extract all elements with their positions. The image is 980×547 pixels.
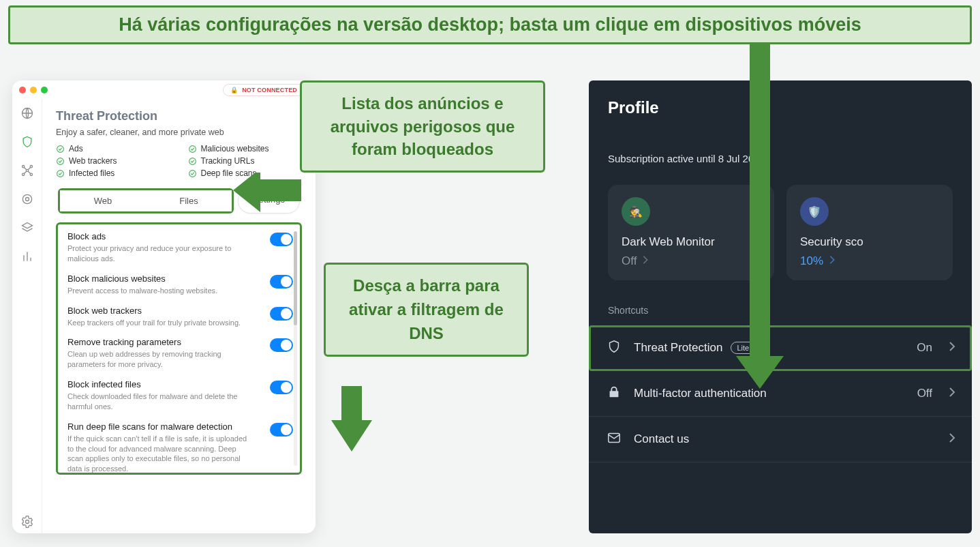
scrollbar[interactable] <box>294 231 297 466</box>
setting-desc: If the quick scan can't tell if a file i… <box>67 434 251 474</box>
svg-point-1 <box>26 169 28 171</box>
check-icon <box>56 169 65 178</box>
check-icon <box>188 169 197 178</box>
shield-icon[interactable] <box>20 135 34 149</box>
list-item-text: Threat Protection <box>634 341 722 355</box>
svg-point-9 <box>57 145 64 152</box>
check-icon <box>56 157 65 166</box>
chevron-right-icon <box>829 254 836 268</box>
connection-status: 🔒 NOT CONNECTED <box>223 84 305 96</box>
toggle-block-trackers[interactable] <box>270 307 293 321</box>
shield-outline-icon <box>605 339 623 357</box>
check-label: Malicious websites <box>201 144 269 153</box>
chevron-right-icon <box>949 432 955 446</box>
svg-point-6 <box>22 194 31 203</box>
page-subtitle: Enjoy a safer, cleaner, and more private… <box>56 128 302 137</box>
chevron-right-icon <box>949 341 955 355</box>
arrow-to-tabs <box>233 173 301 227</box>
stats-icon[interactable] <box>20 250 34 263</box>
arrow-to-mobile <box>736 42 784 389</box>
setting-title: Block malicious websites <box>67 274 271 284</box>
list-item-contact[interactable]: Contact us <box>589 417 972 462</box>
shield-badge-icon: 🛡️ <box>800 197 829 226</box>
check-trackers: Web trackers <box>56 156 170 166</box>
settings-list: Block ads Protect your privacy and reduc… <box>56 222 302 475</box>
setting-desc: Clean up web addresses by removing track… <box>67 349 251 370</box>
setting-block-infected-files: Block infected files Check downloaded fi… <box>67 379 290 412</box>
check-label: Ads <box>69 144 83 153</box>
setting-block-trackers: Block web trackers Keep trackers off you… <box>67 306 290 328</box>
desktop-window: 🔒 NOT CONNECTED Threat Protection Enjoy … <box>12 80 316 533</box>
check-label: Infected files <box>69 168 114 178</box>
svg-point-3 <box>30 166 32 168</box>
svg-point-11 <box>57 158 64 164</box>
svg-point-8 <box>25 520 29 524</box>
tab-web[interactable]: Web <box>60 190 146 211</box>
svg-point-12 <box>189 158 196 164</box>
setting-title: Block web trackers <box>67 306 271 316</box>
list-item-text: Contact us <box>634 432 689 446</box>
setting-desc: Check downloaded files for malware and d… <box>67 391 251 412</box>
check-label: Tracking URLs <box>201 156 255 166</box>
svg-point-13 <box>57 170 64 177</box>
setting-desc: Protect your privacy and reduce your exp… <box>67 243 251 264</box>
check-label: Web trackers <box>69 156 117 166</box>
list-item-label: Contact us <box>634 432 938 446</box>
lock-icon <box>605 385 623 402</box>
setting-title: Remove tracking parameters <box>67 337 271 347</box>
setting-title: Block ads <box>67 231 271 241</box>
left-rail <box>12 100 42 533</box>
globe-icon[interactable] <box>20 106 34 120</box>
toggle-block-infected-files[interactable] <box>270 381 293 394</box>
svg-marker-17 <box>331 386 372 452</box>
card-title: Security sco <box>800 235 939 249</box>
mail-icon <box>605 430 623 448</box>
setting-deep-scan: Run deep file scans for malware detectio… <box>67 422 290 474</box>
window-titlebar: 🔒 NOT CONNECTED <box>12 80 316 100</box>
content-area: Threat Protection Enjoy a safer, cleaner… <box>42 100 316 533</box>
svg-point-2 <box>22 166 24 168</box>
card-value-text: 10% <box>800 254 823 268</box>
page-title: Threat Protection <box>56 109 302 123</box>
gear-icon[interactable] <box>20 520 34 533</box>
setting-desc: Keep trackers off your trail for truly p… <box>67 318 251 328</box>
svg-point-14 <box>189 170 196 177</box>
setting-remove-tracking-params: Remove tracking parameters Clean up web … <box>67 337 290 370</box>
check-ads: Ads <box>56 144 170 153</box>
layers-icon[interactable] <box>20 221 34 235</box>
svg-marker-16 <box>233 173 301 212</box>
toggle-deep-scan[interactable] <box>270 423 293 437</box>
setting-title: Block infected files <box>67 379 271 389</box>
list-item-status: Off <box>917 387 932 400</box>
close-dot[interactable] <box>19 87 26 93</box>
maximize-dot[interactable] <box>41 87 48 93</box>
mesh-icon[interactable] <box>20 164 34 177</box>
svg-point-5 <box>30 173 32 175</box>
tab-files[interactable]: Files <box>146 190 232 211</box>
card-security-score[interactable]: 🛡️ Security sco 10% <box>786 185 953 280</box>
agent-icon: 🕵️ <box>622 197 650 226</box>
list-item-text: Multi-factor authentication <box>634 387 767 400</box>
toggle-remove-tracking-params[interactable] <box>270 338 293 352</box>
top-banner-text: Há várias configurações na versão deskto… <box>22 14 958 35</box>
svg-point-7 <box>25 198 29 201</box>
svg-point-4 <box>22 173 24 175</box>
connection-status-text: NOT CONNECTED <box>242 87 297 93</box>
setting-block-ads: Block ads Protect your privacy and reduc… <box>67 231 290 264</box>
minimize-dot[interactable] <box>30 87 37 93</box>
check-trackingurls: Tracking URLs <box>188 156 303 166</box>
tabs-highlight: Web Files <box>58 188 234 213</box>
setting-desc: Prevent access to malware-hosting websit… <box>67 286 251 296</box>
list-item-status: On <box>917 341 932 355</box>
svg-point-10 <box>189 145 196 152</box>
target-icon[interactable] <box>20 192 34 206</box>
top-banner: Há várias configurações na versão deskto… <box>8 5 972 44</box>
arrow-scroll-down <box>331 386 372 452</box>
toggle-block-malicious[interactable] <box>270 275 293 289</box>
check-infected: Infected files <box>56 168 170 178</box>
toggle-block-ads[interactable] <box>270 233 293 246</box>
check-icon <box>188 157 197 166</box>
check-malicious: Malicious websites <box>188 144 303 153</box>
scrollbar-thumb[interactable] <box>294 231 297 325</box>
chevron-right-icon <box>642 254 649 268</box>
